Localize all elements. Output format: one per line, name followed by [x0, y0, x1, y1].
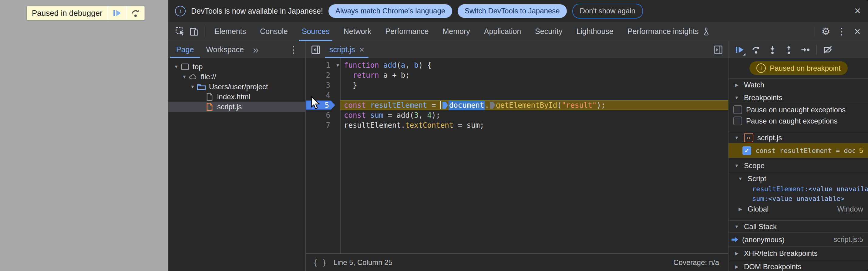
line-number[interactable]: 1: [306, 61, 340, 69]
section-call-stack[interactable]: ▼ Call Stack: [728, 220, 868, 233]
flask-icon: [703, 27, 710, 36]
gutter-cell[interactable]: 7: [306, 120, 340, 130]
tab-performance-insights[interactable]: Performance insights: [621, 22, 717, 41]
section-dom-breakpoints[interactable]: ▶ DOM Breakpoints: [728, 260, 868, 271]
scope-script-group[interactable]: ▼ Script: [728, 173, 868, 184]
section-watch[interactable]: ▶ Watch: [728, 78, 868, 91]
code-token: );: [596, 101, 606, 110]
section-breakpoints[interactable]: ▼ Breakpoints: [728, 91, 868, 104]
close-tab-icon[interactable]: ×: [360, 45, 364, 55]
gutter-cell[interactable]: 2: [306, 70, 340, 80]
breakpoint-entry[interactable]: ✓ const resultElement = doc⋯ 5: [728, 143, 868, 158]
code-editor[interactable]: 1▼function add(a, b) {2 return a + b;3 }…: [306, 58, 728, 253]
hide-navigator-icon[interactable]: [308, 43, 323, 57]
tab-console[interactable]: Console: [253, 22, 295, 41]
step-over-icon: [131, 8, 141, 18]
paused-badge-label: Paused on breakpoint: [770, 64, 841, 72]
code-text[interactable]: const resultElement = document.getElemen…: [340, 100, 728, 110]
navigator-menu-icon[interactable]: ⋮: [289, 44, 298, 55]
line-number[interactable]: 2: [306, 71, 340, 80]
navigator-tab-page[interactable]: Page: [170, 41, 200, 58]
tab-application[interactable]: Application: [477, 22, 528, 41]
section-scope[interactable]: ▼ Scope: [728, 158, 868, 173]
checkbox-checked[interactable]: ✓: [742, 146, 751, 155]
step-over-button[interactable]: [749, 43, 763, 57]
line-number[interactable]: 5: [306, 101, 340, 110]
navigator-tab-workspace[interactable]: Workspace: [200, 41, 250, 58]
call-stack-frame[interactable]: (anonymous) script.js:5: [728, 233, 868, 246]
gutter-cell[interactable]: 3: [306, 80, 340, 90]
switch-devtools-japanese-button[interactable]: Switch DevTools to Japanese: [458, 4, 567, 18]
scope-group-label: Global: [748, 205, 769, 213]
chevron-down-icon[interactable]: ▼: [173, 64, 180, 69]
gutter-cell[interactable]: 1▼: [306, 60, 340, 70]
step-button[interactable]: [798, 43, 812, 57]
resume-script-button[interactable]: [107, 6, 126, 20]
infobar-close-icon[interactable]: ×: [854, 5, 861, 17]
code-token: "result": [562, 101, 597, 110]
code-line: 1▼function add(a, b) {: [306, 60, 728, 70]
tab-security[interactable]: Security: [528, 22, 569, 41]
dont-show-again-button[interactable]: Don't show again: [572, 4, 643, 19]
pause-uncaught-row[interactable]: Pause on uncaught exceptions: [728, 104, 868, 115]
fold-caret-icon[interactable]: ▼: [337, 63, 339, 68]
code-token: 4: [427, 111, 432, 120]
tree-item-script-js[interactable]: script.js: [168, 102, 305, 112]
code-text[interactable]: return a + b;: [340, 70, 728, 80]
more-options-icon[interactable]: ⋮: [835, 25, 848, 38]
code-token: ,: [405, 61, 414, 69]
section-xhr-breakpoints[interactable]: ▶ XHR/fetch Breakpoints: [728, 246, 868, 260]
hide-debugger-sidebar-icon[interactable]: [711, 43, 726, 57]
code-text[interactable]: resultElement.textContent = sum;: [340, 120, 728, 130]
line-number[interactable]: 7: [306, 121, 340, 129]
line-number[interactable]: 4: [306, 91, 340, 99]
tab-elements[interactable]: Elements: [208, 22, 253, 41]
checkbox-unchecked[interactable]: [733, 117, 742, 125]
gutter-cell[interactable]: 5: [306, 100, 340, 110]
tab-performance[interactable]: Performance: [378, 22, 436, 41]
infobar-message: DevTools is now available in Japanese!: [191, 7, 323, 16]
continue-to-here-marker[interactable]: [442, 102, 448, 109]
folder-icon: [197, 83, 206, 91]
continue-to-here-marker[interactable]: [490, 102, 495, 109]
resume-button[interactable]: [733, 43, 747, 57]
deactivate-breakpoints-icon[interactable]: [821, 43, 835, 57]
tab-sources[interactable]: Sources: [295, 22, 337, 41]
line-number[interactable]: 6: [306, 111, 340, 120]
cursor-position-label: Line 5, Column 25: [333, 258, 393, 267]
tab-memory[interactable]: Memory: [436, 22, 477, 41]
code-text[interactable]: }: [340, 80, 728, 90]
chevron-down-icon[interactable]: ▼: [181, 74, 188, 79]
scope-global-group[interactable]: ▶ Global Window: [728, 203, 868, 215]
devtools-close-icon[interactable]: ×: [850, 25, 864, 38]
step-into-button[interactable]: [766, 43, 779, 57]
always-match-language-button[interactable]: Always match Chrome's language: [329, 4, 452, 18]
more-tabs-icon[interactable]: »: [250, 44, 262, 56]
settings-gear-icon[interactable]: ⚙: [819, 25, 833, 38]
breakpoint-group-script-js[interactable]: ▼ ‹› script.js: [728, 132, 868, 143]
device-toolbar-icon[interactable]: [187, 25, 201, 38]
editor-tab-script-js[interactable]: script.js ×: [323, 41, 370, 58]
tree-item-file-protocol[interactable]: ▼ file://: [168, 71, 305, 82]
inspect-element-icon[interactable]: [173, 25, 187, 38]
scope-variable[interactable]: resultElement: <value unavailable>: [728, 184, 868, 193]
gutter-cell[interactable]: 4: [306, 90, 340, 100]
tab-network[interactable]: Network: [337, 22, 378, 41]
code-text[interactable]: [340, 90, 728, 100]
tab-lighthouse[interactable]: Lighthouse: [569, 22, 620, 41]
pause-caught-row[interactable]: Pause on caught exceptions: [728, 115, 868, 126]
step-over-button-banner[interactable]: [126, 6, 144, 20]
scope-variable[interactable]: sum: <value unavailable>: [728, 193, 868, 203]
pretty-print-icon[interactable]: { }: [313, 258, 327, 267]
chevron-down-icon[interactable]: ▼: [189, 84, 196, 89]
code-text[interactable]: const sum = add(3, 4);: [340, 110, 728, 120]
navigator-pane: Page Workspace » ⋮ ▼ top ▼: [168, 41, 306, 271]
tree-item-index-html[interactable]: index.html: [168, 92, 305, 102]
gutter-cell[interactable]: 6: [306, 110, 340, 120]
code-text[interactable]: function add(a, b) {: [340, 60, 728, 70]
tree-item-top[interactable]: ▼ top: [168, 62, 305, 71]
step-out-button[interactable]: [782, 43, 796, 57]
checkbox-unchecked[interactable]: [733, 105, 742, 114]
tree-item-project-folder[interactable]: ▼ Users/user/project: [168, 82, 305, 92]
line-number[interactable]: 3: [306, 81, 340, 90]
